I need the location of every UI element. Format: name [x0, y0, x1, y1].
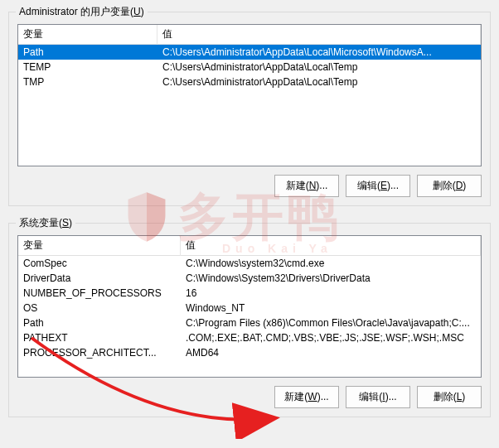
cell-value: C:\Users\Administrator\AppData\Local\Tem…	[157, 60, 481, 74]
cell-value: Windows_NT	[181, 301, 481, 315]
table-row[interactable]: TMPC:\Users\Administrator\AppData\Local\…	[18, 75, 481, 89]
user-list-header: 变量 值	[18, 25, 481, 45]
system-buttons-row: 新建(W)... 编辑(I)... 删除(L)	[17, 386, 482, 408]
user-variables-list[interactable]: 变量 值 PathC:\Users\Administrator\AppData\…	[17, 24, 482, 166]
col-header-value[interactable]: 值	[181, 235, 481, 256]
cell-value: C:\Users\Administrator\AppData\Local\Tem…	[157, 75, 481, 89]
cell-value: C:\Users\Administrator\AppData\Local\Mic…	[157, 46, 481, 59]
table-row[interactable]: PROCESSOR_ARCHITECT...AMD64	[18, 345, 481, 360]
table-row[interactable]: PathC:\Program Files (x86)\Common Files\…	[18, 316, 481, 330]
cell-name: ComSpec	[18, 257, 181, 270]
table-row[interactable]: NUMBER_OF_PROCESSORS16	[18, 286, 481, 301]
table-row[interactable]: PATHEXT.COM;.EXE;.BAT;.CMD;.VBS;.VBE;.JS…	[18, 330, 481, 345]
cell-value: 16	[181, 287, 481, 300]
system-delete-button[interactable]: 删除(L)	[417, 386, 482, 408]
table-row[interactable]: PathC:\Users\Administrator\AppData\Local…	[18, 45, 481, 60]
table-row[interactable]: OSWindows_NT	[18, 301, 481, 316]
cell-value: C:\Windows\system32\cmd.exe	[181, 257, 481, 270]
user-edit-button[interactable]: 编辑(E)...	[346, 175, 410, 197]
table-row[interactable]: DriverDataC:\Windows\System32\Drivers\Dr…	[18, 271, 481, 286]
cell-name: Path	[18, 316, 181, 330]
col-header-name[interactable]: 变量	[18, 24, 157, 45]
system-variables-group: 系统变量(S) 变量 值 ComSpecC:\Windows\system32\…	[8, 223, 491, 417]
user-variables-group: Administrator 的用户变量(U) 变量 值 PathC:\Users…	[8, 12, 491, 206]
user-delete-button[interactable]: 删除(D)	[417, 175, 482, 197]
cell-name: OS	[18, 301, 181, 315]
table-row[interactable]: TEMPC:\Users\Administrator\AppData\Local…	[18, 60, 481, 75]
cell-value: C:\Windows\System32\Drivers\DriverData	[181, 272, 481, 285]
system-new-button[interactable]: 新建(W)...	[274, 386, 339, 408]
table-row[interactable]: ComSpecC:\Windows\system32\cmd.exe	[18, 256, 481, 271]
system-edit-button[interactable]: 编辑(I)...	[346, 386, 410, 408]
col-header-value[interactable]: 值	[157, 24, 481, 45]
cell-name: Path	[18, 46, 157, 59]
cell-value: AMD64	[181, 346, 481, 359]
col-header-name[interactable]: 变量	[18, 235, 181, 256]
cell-name: TMP	[18, 75, 157, 89]
user-new-button[interactable]: 新建(N)...	[274, 175, 339, 197]
cell-name: TEMP	[18, 60, 157, 74]
user-buttons-row: 新建(N)... 编辑(E)... 删除(D)	[17, 175, 482, 197]
cell-value: .COM;.EXE;.BAT;.CMD;.VBS;.VBE;.JS;.JSE;.…	[181, 331, 481, 344]
cell-name: NUMBER_OF_PROCESSORS	[18, 287, 181, 300]
system-list-header: 变量 值	[18, 236, 481, 256]
user-variables-label: Administrator 的用户变量(U)	[16, 5, 148, 19]
system-variables-label: 系统变量(S)	[16, 216, 75, 230]
cell-name: DriverData	[18, 272, 181, 285]
cell-value: C:\Program Files (x86)\Common Files\Orac…	[181, 316, 481, 330]
system-variables-list[interactable]: 变量 值 ComSpecC:\Windows\system32\cmd.exeD…	[17, 235, 482, 378]
cell-name: PROCESSOR_ARCHITECT...	[18, 346, 181, 359]
cell-name: PATHEXT	[18, 331, 181, 344]
